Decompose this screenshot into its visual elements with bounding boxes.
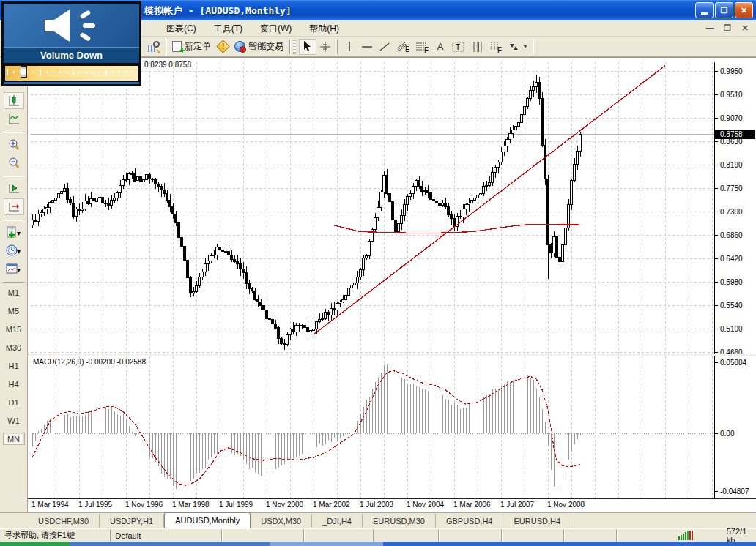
tab-AUDUSD,Monthly[interactable]: AUDUSD,Monthly (164, 512, 251, 528)
tab-EURUSD,M30[interactable]: EURUSD,M30 (363, 514, 436, 528)
restore-icon: ❐ (721, 6, 728, 15)
vertical-line-tool-button[interactable] (341, 39, 358, 55)
svg-text:E: E (405, 45, 410, 53)
minimize-button[interactable] (695, 2, 714, 18)
tab-USDCHF,M30[interactable]: USDCHF,M30 (28, 514, 100, 528)
tab-USDJPY,H1[interactable]: USDJPY,H1 (100, 514, 164, 528)
status-empty-segment (502, 529, 564, 542)
arrows-tool-button[interactable]: ▾ (505, 39, 530, 55)
timeframe-button-D1[interactable]: D1 (3, 396, 25, 408)
child-window-controls: — ❐ ✕ (703, 23, 752, 34)
price-axis-label: 0.6860 (720, 231, 743, 239)
tab-GBPUSD,H4[interactable]: GBPUSD,H4 (436, 514, 504, 528)
alert-button[interactable]: ! (214, 39, 231, 55)
status-empty-segment (304, 529, 374, 542)
tick-chart-icon (148, 41, 160, 53)
horizontal-line-tool-button[interactable] (358, 39, 376, 55)
svg-text:F: F (497, 46, 502, 53)
text-tool-button[interactable]: A (431, 39, 449, 55)
child-close-button[interactable]: ✕ (738, 23, 752, 34)
status-empty-segment (439, 529, 502, 542)
periods-button[interactable]: ▾ (4, 242, 24, 259)
child-minimize-button[interactable]: — (703, 23, 716, 34)
status-template-name: Default (111, 529, 221, 542)
auto-scroll-icon (7, 182, 21, 195)
volume-osd-overlay: Volume Down (1, 1, 141, 86)
price-chart-panel[interactable]: 0.99500.95100.90700.86300.81900.77500.73… (31, 62, 756, 354)
menu-item-window[interactable]: 窗口(W) (251, 21, 300, 37)
zoom-out-button[interactable] (4, 154, 24, 171)
timeframe-button-M30[interactable]: M30 (3, 341, 25, 354)
vertical-line-icon (344, 41, 355, 52)
date-axis-label: 1 Mar 1998 (172, 501, 210, 509)
status-empty-segment (564, 529, 617, 542)
price-axis-label: 0.6420 (720, 255, 743, 263)
price-axis-label: 0.9950 (720, 67, 743, 75)
menu-item-help[interactable]: 帮助(H) (300, 21, 348, 37)
indicators-button[interactable]: ▾ (4, 224, 24, 241)
volume-osd-label: Volume Down (4, 48, 139, 64)
status-help-text: 寻求帮助, 请按F1键 (0, 529, 111, 542)
price-axis-label: 0.7750 (720, 184, 743, 192)
chart-shift-button[interactable] (4, 198, 24, 215)
line-chart-button[interactable] (4, 111, 24, 127)
svg-text:▾: ▾ (17, 247, 21, 255)
volume-slider-track[interactable] (4, 64, 139, 82)
timeframe-button-MN[interactable]: MN (3, 433, 25, 445)
crosshair-tool-button[interactable] (316, 39, 334, 55)
text-a-icon: A (437, 41, 444, 52)
zoom-out-icon (7, 157, 21, 170)
zoom-in-button[interactable] (4, 136, 24, 153)
volume-slider-handle[interactable] (21, 66, 27, 78)
price-axis-label: 0.5100 (720, 325, 743, 333)
line-chart-icon (7, 113, 21, 126)
toolbar-gripper[interactable] (293, 40, 296, 54)
timeframe-button-M15[interactable]: M15 (3, 323, 25, 335)
tab-_DJI,H4[interactable]: _DJI,H4 (312, 514, 363, 528)
restore-button[interactable]: ❐ (715, 2, 733, 18)
timeframe-button-M5[interactable]: M5 (3, 304, 25, 317)
date-axis-label: 1 Jul 2003 (360, 501, 393, 509)
timeframe-button-M1[interactable]: M1 (3, 286, 25, 299)
arrows-dropdown-icon[interactable]: ▾ (524, 43, 527, 50)
left-toolbar: ▾ ▾ ▾ M1M5M15M30H1H4D1W1MN (0, 57, 28, 512)
horizontal-line-icon (361, 42, 373, 52)
tab-EURUSD,H4[interactable]: EURUSD,H4 (503, 514, 571, 528)
tick-chart-button[interactable] (145, 39, 163, 55)
candlestick-chart-button[interactable] (4, 92, 24, 109)
cursor-arrow-icon (303, 41, 313, 52)
templates-button[interactable]: ▾ (4, 261, 24, 277)
child-restore-button[interactable]: ❐ (721, 23, 734, 34)
cycle-lines-tool-button[interactable] (468, 39, 486, 55)
expert-advisors-button[interactable]: 智能交易 (231, 39, 286, 55)
fibonacci-timezones-tool-button[interactable]: F (486, 39, 505, 55)
date-axis-label: 1 Jul 1999 (219, 501, 253, 509)
timeframe-button-H1[interactable]: H1 (3, 359, 25, 372)
auto-scroll-button[interactable] (4, 180, 24, 197)
fibonacci-retracement-tool-button[interactable]: F (412, 39, 431, 55)
speaker-panel (4, 4, 139, 48)
svg-text:F: F (424, 46, 429, 53)
macd-axis-label: 0.05884 (720, 359, 747, 367)
speaker-icon (32, 7, 112, 45)
menu-item-tools[interactable]: 工具(T) (205, 21, 251, 37)
timeframe-button-W1[interactable]: W1 (3, 414, 25, 427)
equidistant-channel-tool-button[interactable]: E (393, 39, 412, 55)
start-button-sliver[interactable] (0, 542, 70, 546)
macd-indicator-panel[interactable]: 0.058840.00-0.04807 (31, 356, 756, 498)
price-axis-label: 0.4660 (720, 348, 743, 354)
close-button[interactable]: ✕ (735, 2, 753, 18)
menu-items: 图表(C)工具(T)窗口(W)帮助(H) (158, 20, 348, 37)
cursor-tool-button[interactable] (299, 39, 316, 55)
timeframe-button-H4[interactable]: H4 (3, 378, 25, 390)
new-order-button[interactable]: 新定单 (169, 39, 214, 55)
svg-text:0.8758: 0.8758 (720, 130, 743, 138)
tab-USDX,M30[interactable]: USDX,M30 (251, 514, 312, 528)
menu-item-chart[interactable]: 图表(C) (158, 21, 205, 37)
text-label-tool-button[interactable]: T (449, 39, 468, 55)
trendline-tool-button[interactable] (376, 39, 393, 55)
date-axis-label: 1 Nov 2004 (407, 501, 444, 509)
date-axis-label: 1 Jul 2007 (500, 501, 534, 509)
price-axis-label: 0.9070 (720, 114, 743, 122)
date-axis-label: 1 Nov 2000 (266, 501, 303, 509)
